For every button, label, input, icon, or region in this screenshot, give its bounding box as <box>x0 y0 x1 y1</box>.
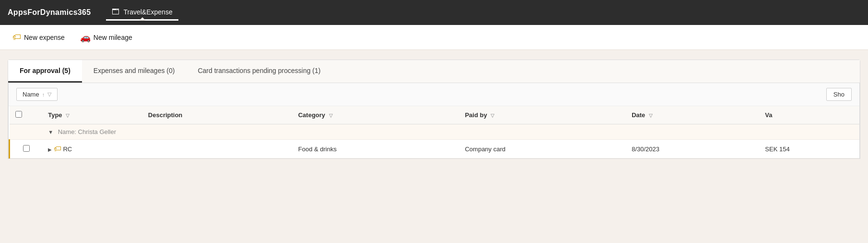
show-button[interactable]: Sho <box>826 88 852 101</box>
row-date-cell: 8/30/2023 <box>626 140 759 158</box>
th-checkbox <box>10 106 43 124</box>
th-description: Description <box>142 106 293 124</box>
group-row-label: ▼ Name: Christa Geller <box>42 124 859 140</box>
row-category-cell: Food & drinks <box>293 140 459 158</box>
topbar: AppsForDynamics365 🗔 Travel&Expense <box>0 0 868 25</box>
paid-by-filter-icon[interactable]: ▽ <box>491 113 494 118</box>
expense-icon: 🏷 <box>12 32 21 42</box>
group-chevron-icon[interactable]: ▼ <box>48 129 53 135</box>
row-checkbox[interactable] <box>23 145 30 152</box>
table-row: ▶ 🏷 RC Food & drinks Company card 8/30/2… <box>10 140 860 158</box>
tab-expenses-mileages[interactable]: Expenses and mileages (0) <box>82 60 187 83</box>
actionbar: 🏷 New expense 🚗 New mileage <box>0 25 868 50</box>
type-filter-icon[interactable]: ▽ <box>66 113 70 118</box>
row-type-icon: 🏷 <box>54 145 61 153</box>
row-description-cell <box>142 140 293 158</box>
th-value: Va <box>759 106 859 124</box>
row-checkbox-cell <box>10 140 43 158</box>
table-container: Name ↑ ▽ Sho Type ▽ <box>8 83 860 159</box>
date-filter-icon[interactable]: ▽ <box>649 113 653 118</box>
new-mileage-label: New mileage <box>94 34 132 41</box>
th-date: Date ▽ <box>626 106 759 124</box>
th-category: Category ▽ <box>293 106 459 124</box>
tab-for-approval[interactable]: For approval (5) <box>8 60 82 83</box>
row-expand-icon[interactable]: ▶ <box>48 147 52 152</box>
name-filter-label: Name <box>23 91 39 98</box>
new-expense-label: New expense <box>24 34 65 41</box>
name-filter-button[interactable]: Name ↑ ▽ <box>16 88 58 101</box>
group-row: ▼ Name: Christa Geller <box>10 124 860 140</box>
new-expense-button[interactable]: 🏷 New expense <box>6 29 71 45</box>
th-paid-by: Paid by ▽ <box>459 106 626 124</box>
sort-icon: ↑ <box>42 92 45 97</box>
tabs-container: For approval (5) Expenses and mileages (… <box>8 60 860 159</box>
app-label: Travel&Expense <box>123 8 172 16</box>
row-value-cell: SEK 154 <box>759 140 859 158</box>
app-icon: 🗔 <box>112 8 119 16</box>
mileage-icon: 🚗 <box>80 32 91 43</box>
row-type-cell: ▶ 🏷 RC <box>42 140 142 158</box>
th-type: Type ▽ <box>42 106 142 124</box>
app-nav-item[interactable]: 🗔 Travel&Expense <box>106 5 178 21</box>
row-type-code: RC <box>63 146 72 153</box>
select-all-checkbox[interactable] <box>15 111 22 118</box>
brand-name: AppsForDynamics365 <box>8 8 91 17</box>
main-content: For approval (5) Expenses and mileages (… <box>0 50 868 242</box>
table-header-row: Type ▽ Description Category ▽ Paid by <box>10 106 860 124</box>
tabs-row: For approval (5) Expenses and mileages (… <box>8 60 860 83</box>
data-table: Type ▽ Description Category ▽ Paid by <box>9 106 859 158</box>
group-row-indent <box>10 124 43 140</box>
row-paid-by-cell: Company card <box>459 140 626 158</box>
filter-icon: ▽ <box>47 91 51 97</box>
filter-row: Name ↑ ▽ Sho <box>9 83 859 106</box>
show-label: Sho <box>833 91 845 98</box>
category-filter-icon[interactable]: ▽ <box>329 113 333 118</box>
new-mileage-button[interactable]: 🚗 New mileage <box>73 29 139 46</box>
tab-card-transactions[interactable]: Card transactions pending processing (1) <box>186 60 332 83</box>
